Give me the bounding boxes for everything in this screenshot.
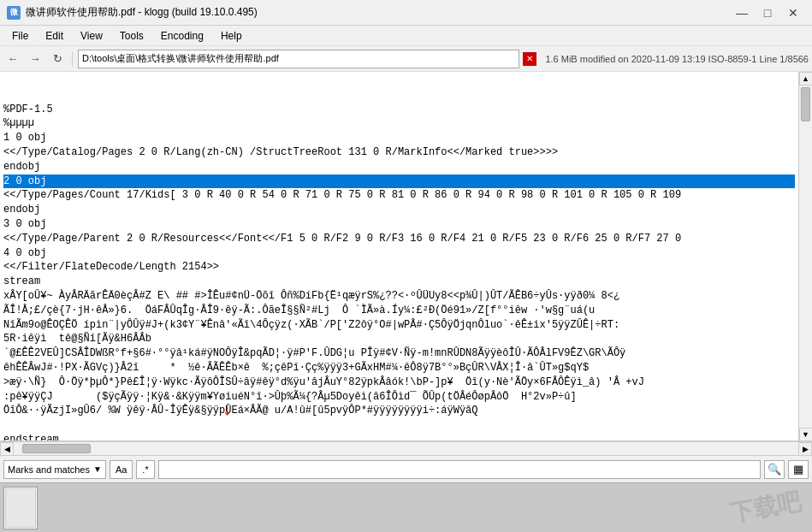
path-container: D:\tools\桌面\格式转换\微讲师软件使用帮助.pdf xyxy=(78,50,519,68)
menu-help[interactable]: Help xyxy=(212,28,251,44)
regex-button[interactable]: .* xyxy=(136,460,154,479)
editor-line-19: >æÿ·\Ñ} Ô·Öÿ*þµÔ*}Pê£Î¦ÿ·Wÿkc·ÃÿôÔÎSÛ÷âÿ… xyxy=(3,375,795,390)
editor-line-5: 2 0 obj xyxy=(3,174,795,189)
editor-line-9: <</Type/Page/Parent 2 0 R/Resources<</Fo… xyxy=(3,232,795,246)
editor-line-15: NîÃm9o@ÊOÇÊÖ ípìn¨|yÔÛÿ#J+(k3¢Y¨¥Ênâ'«Ãî… xyxy=(3,318,795,333)
search-button[interactable]: 🔍 xyxy=(764,460,785,479)
editor-container: %PDF-1.5%µµµµ1 0 obj<</Type/Catalog/Page… xyxy=(0,72,812,441)
watermark: 下载吧 xyxy=(727,485,803,529)
editor-line-11: <</Filter/FlateDecode/Length 2154>> xyxy=(3,260,795,275)
menu-encoding[interactable]: Encoding xyxy=(152,28,212,44)
editor-line-4: endobj xyxy=(3,160,795,174)
editor-line-21: ÖîÔ&··ÿÃzjI»gÛ6/ %W ÿêÿ·ÂÛ-ÎÿÊÿ&§ÿÿpÛEá×… xyxy=(3,404,795,418)
forward-button[interactable]: → xyxy=(26,50,44,68)
path-text: D:\tools\桌面\格式转换\微讲师软件使用帮助.pdf xyxy=(82,52,279,65)
app-icon: 微 xyxy=(7,6,21,20)
maximize-button[interactable]: □ xyxy=(756,3,779,22)
title-bar: 微 微讲师软件使用帮助.pdf - klogg (build 19.10.0.4… xyxy=(0,0,812,26)
menu-tools[interactable]: Tools xyxy=(111,28,152,44)
editor-line-18: êhÊÊÂwJ#·!PX·ÃGVç)}Â2î * ½ê·ÂÃÊÊb×ê %;çê… xyxy=(3,361,795,375)
reload-button[interactable]: ↻ xyxy=(48,50,67,68)
marks-matches-label: Marks and matches xyxy=(8,464,90,475)
editor-line-20: :pê¥ÿÿÇJ ($ÿçÃÿÿ·¦Kÿ&·&Kÿÿm¥YøiuéN°î·>Ûþ… xyxy=(3,390,795,405)
h-scrollbar-track[interactable] xyxy=(14,442,798,455)
scrollbar-thumb[interactable] xyxy=(801,87,810,121)
editor-line-23: endstream xyxy=(3,433,795,440)
scroll-down-arrow[interactable]: ▼ xyxy=(799,428,813,441)
search-input[interactable] xyxy=(158,460,761,479)
search-bar: Marks and matches ▼ Aa .* 🔍 ▦ xyxy=(0,455,812,482)
title-bar-text: 微讲师软件使用帮助.pdf - klogg (build 19.10.0.495… xyxy=(26,5,730,20)
editor-area[interactable]: %PDF-1.5%µµµµ1 0 obj<</Type/Catalog/Page… xyxy=(0,72,798,441)
dropdown-arrow-icon: ▼ xyxy=(93,464,102,474)
editor-line-10: 4 0 obj xyxy=(3,246,795,261)
editor-line-17: `@£ÊÊ2VEÛ]CSÂÎDWßR°f+§6#·°°ÿâ¹ká#ÿNOÔÿÎ&… xyxy=(3,346,795,361)
editor-line-2: 1 0 obj xyxy=(3,131,795,145)
close-button[interactable]: ✕ xyxy=(781,3,805,22)
thumbnail-page-1[interactable] xyxy=(3,487,38,529)
editor-line-8: 3 0 obj xyxy=(3,217,795,232)
thumbnail-panel: 下载吧 xyxy=(0,482,812,532)
title-bar-controls: — □ ✕ xyxy=(730,3,805,22)
vertical-scrollbar[interactable]: ▲ ▼ xyxy=(798,72,812,441)
editor-line-14: ÃÎ!Å;£/çè{7·jH·êÅ»}6. ÖáFÂÛqÎg·ÂÎ9·êÿ-Ã:… xyxy=(3,304,795,318)
minimize-button[interactable]: — xyxy=(730,3,754,22)
case-sensitive-button[interactable]: Aa xyxy=(110,460,133,479)
marks-matches-dropdown[interactable]: Marks and matches ▼ xyxy=(3,460,106,479)
toolbar-separator xyxy=(72,51,73,67)
scroll-up-arrow[interactable]: ▲ xyxy=(799,72,813,86)
editor-line-1: %µµµµ xyxy=(3,116,795,131)
h-scroll-left-arrow[interactable]: ◀ xyxy=(0,442,14,456)
back-button[interactable]: ← xyxy=(3,50,22,68)
close-file-button[interactable]: ✕ xyxy=(523,52,536,66)
editor-scroll[interactable]: %PDF-1.5%µµµµ1 0 obj<</Type/Catalog/Page… xyxy=(0,72,798,440)
menu-view[interactable]: View xyxy=(72,28,111,44)
toolbar: ← → ↻ D:\tools\桌面\格式转换\微讲师软件使用帮助.pdf ✕ 1… xyxy=(0,46,812,72)
scrollbar-track[interactable] xyxy=(799,86,812,428)
menu-edit[interactable]: Edit xyxy=(37,28,72,44)
editor-line-12: stream xyxy=(3,275,795,289)
horizontal-scrollbar[interactable]: ◀ ▶ xyxy=(0,441,812,455)
editor-line-0: %PDF-1.5 xyxy=(3,103,795,117)
h-scrollbar-thumb[interactable] xyxy=(22,444,91,453)
editor-line-3: <</Type/Catalog/Pages 2 0 R/Lang(zh-CN) … xyxy=(3,145,795,160)
watermark-area: 下载吧 xyxy=(41,492,809,524)
editor-content: %PDF-1.5%µµµµ1 0 obj<</Type/Catalog/Page… xyxy=(3,74,795,440)
thumb-image xyxy=(5,488,36,528)
filter-button[interactable]: ▦ xyxy=(788,460,809,479)
editor-line-22 xyxy=(3,418,795,433)
editor-line-16: 5R·iêÿì tê@§Ñî[Ãÿ&H6ÂÂb xyxy=(3,332,795,346)
editor-line-6: <</Type/Pages/Count 17/Kids[ 3 0 R 40 0 … xyxy=(3,188,795,203)
menu-file[interactable]: File xyxy=(3,28,37,44)
h-scroll-right-arrow[interactable]: ▶ xyxy=(798,442,812,456)
file-info: 1.6 MiB modified on 2020-11-09 13:19 ISO… xyxy=(545,54,809,64)
menu-bar: File Edit View Tools Encoding Help xyxy=(0,26,812,46)
editor-line-13: xÂY[oÛ¥~ ÀyÂRÄãrÊÄ0èçÂ#Z E\ ## #>ÎÊu#¢nÜ… xyxy=(3,289,795,304)
editor-line-7: endobj xyxy=(3,203,795,217)
